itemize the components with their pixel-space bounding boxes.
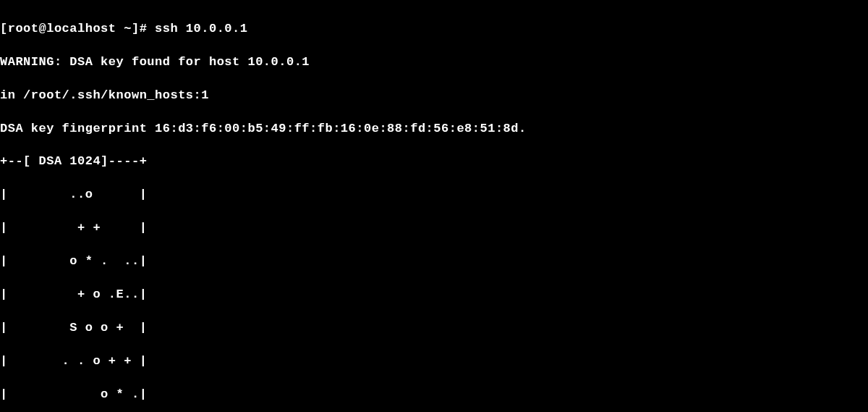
randomart-row: | S o o + |: [0, 320, 868, 337]
randomart-row: | + + |: [0, 220, 868, 237]
prompt-command-line: [root@localhost ~]# ssh 10.0.0.1: [0, 21, 868, 38]
warning-line: WARNING: DSA key found for host 10.0.0.1: [0, 54, 868, 71]
randomart-top: +--[ DSA 1024]----+: [0, 154, 868, 170]
terminal-output: [root@localhost ~]# ssh 10.0.0.1 WARNING…: [0, 4, 868, 412]
randomart-row: | + o .E..|: [0, 287, 868, 303]
dsa-fingerprint-line: DSA key fingerprint 16:d3:f6:00:b5:49:ff…: [0, 121, 868, 138]
randomart-row: | o * .|: [0, 387, 868, 403]
randomart-row: | o * . ..|: [0, 253, 868, 270]
known-hosts-line: in /root/.ssh/known_hosts:1: [0, 88, 868, 104]
randomart-row: | . . o + + |: [0, 353, 868, 370]
randomart-row: | ..o |: [0, 187, 868, 203]
